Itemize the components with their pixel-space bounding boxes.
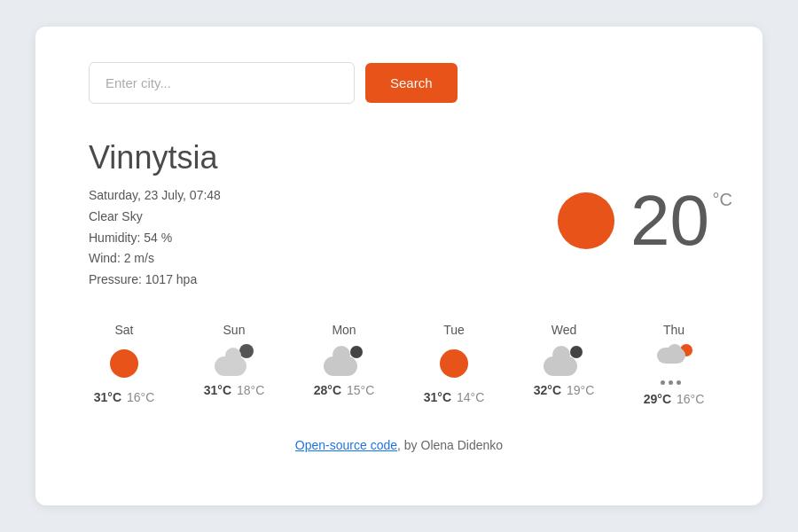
forecast-temps: 28°C 15°C [314, 383, 375, 397]
forecast-icon-partly-cloudy [215, 344, 254, 376]
search-row: Search [89, 62, 709, 104]
forecast-high: 29°C [644, 392, 671, 406]
forecast-icon-cloudy-dark [324, 344, 364, 376]
city-name: Vinnytsia [89, 139, 709, 176]
forecast-day: Sun 31°C 18°C [199, 323, 270, 397]
humidity: Humidity: 54 % [89, 228, 221, 249]
forecast-high: 31°C [94, 390, 121, 404]
forecast-day: Mon 28°C 15°C [309, 323, 379, 397]
forecast-day-label: Mon [332, 323, 356, 337]
forecast-high: 31°C [204, 383, 231, 397]
forecast-temps: 32°C 19°C [534, 383, 595, 397]
search-button[interactable]: Search [365, 63, 458, 103]
forecast-temps: 29°C 16°C [644, 392, 705, 406]
forecast-low: 14°C [457, 390, 484, 404]
forecast-temps: 31°C 16°C [94, 390, 155, 404]
forecast-icon-sun [434, 344, 473, 383]
forecast-day-label: Wed [552, 323, 577, 337]
date-time: Saturday, 23 July, 07:48 [89, 185, 221, 207]
condition: Clear Sky [89, 207, 221, 228]
forecast-row: Sat 31°C 16°C Sun 31°C 18°C Mon [89, 323, 709, 406]
forecast-day: Sat 31°C 16°C [89, 323, 160, 404]
wind: Wind: 2 m/s [89, 248, 221, 270]
forecast-day: Tue 31°C 14°C [419, 323, 489, 404]
forecast-low: 16°C [677, 392, 704, 406]
forecast-icon-rain [653, 344, 694, 385]
current-temperature: 20°C [630, 185, 709, 256]
temperature-display: 20°C [558, 185, 709, 256]
forecast-low: 18°C [237, 383, 264, 397]
forecast-icon-sun [105, 344, 144, 383]
forecast-low: 16°C [127, 390, 154, 404]
temp-unit: °C [713, 191, 732, 208]
forecast-low: 15°C [347, 383, 374, 397]
forecast-high: 32°C [534, 383, 561, 397]
forecast-day: Wed 32°C 19°C [528, 323, 599, 397]
forecast-temps: 31°C 14°C [424, 390, 485, 404]
forecast-low: 19°C [567, 383, 594, 397]
main-info: Saturday, 23 July, 07:48 Clear Sky Humid… [89, 185, 709, 291]
current-weather-icon [558, 192, 614, 249]
footer: Open-source code, by Olena Didenko [89, 438, 709, 452]
forecast-day-label: Tue [443, 323, 465, 337]
forecast-day: Thu 29°C 16°C [638, 323, 709, 406]
forecast-day-label: Thu [663, 323, 685, 337]
forecast-temps: 31°C 18°C [204, 383, 265, 397]
forecast-day-label: Sat [114, 323, 133, 337]
forecast-day-label: Sun [223, 323, 246, 337]
footer-suffix: , by Olena Didenko [397, 438, 503, 452]
source-link[interactable]: Open-source code [295, 438, 397, 452]
city-input[interactable] [89, 62, 355, 104]
weather-details: Saturday, 23 July, 07:48 Clear Sky Humid… [89, 185, 221, 291]
forecast-high: 31°C [424, 390, 451, 404]
forecast-high: 28°C [314, 383, 341, 397]
pressure: Pressure: 1017 hpa [89, 270, 221, 291]
forecast-icon-cloudy-dark [544, 344, 584, 376]
weather-card: Search Vinnytsia Saturday, 23 July, 07:4… [35, 27, 763, 505]
